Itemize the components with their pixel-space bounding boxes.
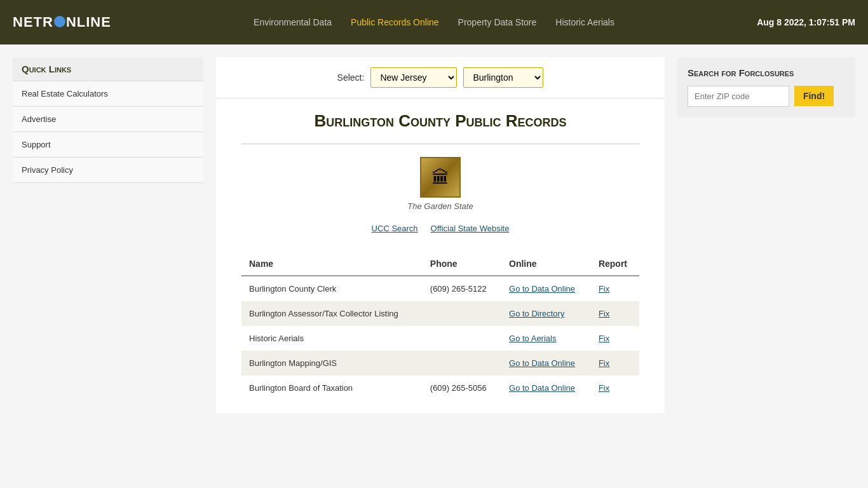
- emblem-image: 🏛: [420, 157, 461, 198]
- quick-links-title: Quick Links: [13, 57, 203, 81]
- official-state-website-link[interactable]: Official State Website: [431, 224, 510, 233]
- datetime-display: Aug 8 2022, 1:07:51 PM: [757, 17, 855, 27]
- select-label: Select:: [337, 72, 365, 83]
- col-header-report: Report: [591, 252, 639, 276]
- cell-report: Fix: [591, 376, 639, 400]
- sidebar-item-privacy[interactable]: Privacy Policy: [13, 158, 203, 183]
- cell-phone: [423, 351, 501, 376]
- report-fix-link[interactable]: Fix: [599, 284, 609, 294]
- cell-name: Burlington Board of Taxation: [241, 376, 423, 400]
- cell-report: Fix: [591, 351, 639, 376]
- nav-property-data[interactable]: Property Data Store: [458, 17, 537, 27]
- ucc-search-link[interactable]: UCC Search: [372, 224, 418, 233]
- sidebar-item-real-estate[interactable]: Real Estate Calculators: [13, 81, 203, 107]
- cell-name: Burlington County Clerk: [241, 276, 423, 301]
- online-link[interactable]: Go to Data Online: [509, 383, 575, 393]
- county-title: Burlington County Public Records: [241, 111, 639, 144]
- main-nav: Environmental Data Public Records Online…: [254, 17, 614, 27]
- records-table: Name Phone Online Report Burlington Coun…: [241, 252, 639, 400]
- table-row: Burlington Board of Taxation(609) 265-50…: [241, 376, 639, 400]
- report-fix-link[interactable]: Fix: [599, 334, 609, 343]
- cell-name: Burlington Mapping/GIS: [241, 351, 423, 376]
- table-row: Historic AerialsGo to AerialsFix: [241, 326, 639, 351]
- left-sidebar: Quick Links Real Estate Calculators Adve…: [13, 57, 203, 413]
- state-emblem: 🏛 The Garden State: [241, 157, 639, 211]
- table-row: Burlington County Clerk(609) 265-5122Go …: [241, 276, 639, 301]
- header: NETRNLINE Environmental Data Public Reco…: [0, 0, 868, 44]
- sidebar-item-advertise[interactable]: Advertise: [13, 107, 203, 132]
- cell-online: Go to Data Online: [501, 351, 591, 376]
- table-row: Burlington Mapping/GISGo to Data OnlineF…: [241, 351, 639, 376]
- cell-phone: [423, 326, 501, 351]
- cell-phone: [423, 301, 501, 326]
- logo: NETRNLINE: [13, 14, 111, 30]
- cell-phone: (609) 265-5056: [423, 376, 501, 400]
- cell-name: Burlington Assessor/Tax Collector Listin…: [241, 301, 423, 326]
- county-select[interactable]: Burlington: [463, 67, 543, 88]
- online-link[interactable]: Go to Data Online: [509, 284, 575, 294]
- page-body: Quick Links Real Estate Calculators Adve…: [0, 44, 868, 426]
- cell-online: Go to Data Online: [501, 376, 591, 400]
- report-fix-link[interactable]: Fix: [599, 358, 609, 368]
- nav-historic-aerials[interactable]: Historic Aerials: [555, 17, 614, 27]
- cell-name: Historic Aerials: [241, 326, 423, 351]
- col-header-phone: Phone: [423, 252, 501, 276]
- select-bar: Select: New Jersey Burlington: [216, 57, 665, 98]
- cell-phone: (609) 265-5122: [423, 276, 501, 301]
- globe-icon: [54, 16, 65, 27]
- online-link[interactable]: Go to Directory: [509, 309, 564, 318]
- sidebar-item-support[interactable]: Support: [13, 132, 203, 158]
- state-links: UCC Search Official State Website: [241, 224, 639, 233]
- foreclosure-title: Search for Forclosures: [688, 67, 845, 78]
- cell-report: Fix: [591, 301, 639, 326]
- cell-report: Fix: [591, 326, 639, 351]
- zip-code-input[interactable]: [688, 86, 789, 107]
- foreclosure-form: Find!: [688, 86, 845, 107]
- state-select[interactable]: New Jersey: [370, 67, 457, 88]
- report-fix-link[interactable]: Fix: [599, 309, 609, 318]
- online-link[interactable]: Go to Data Online: [509, 358, 575, 368]
- county-section: Burlington County Public Records 🏛 The G…: [216, 98, 665, 413]
- emblem-icon: 🏛: [431, 167, 449, 188]
- cell-online: Go to Data Online: [501, 276, 591, 301]
- emblem-caption: The Garden State: [407, 201, 473, 211]
- right-sidebar: Search for Forclosures Find!: [677, 57, 855, 413]
- find-button[interactable]: Find!: [794, 86, 834, 106]
- cell-online: Go to Aerials: [501, 326, 591, 351]
- table-row: Burlington Assessor/Tax Collector Listin…: [241, 301, 639, 326]
- cell-online: Go to Directory: [501, 301, 591, 326]
- cell-report: Fix: [591, 276, 639, 301]
- online-link[interactable]: Go to Aerials: [509, 334, 556, 343]
- foreclosure-box: Search for Forclosures Find!: [677, 57, 855, 117]
- col-header-online: Online: [501, 252, 591, 276]
- nav-public-records[interactable]: Public Records Online: [351, 17, 439, 27]
- main-content: Select: New Jersey Burlington Burlington…: [216, 57, 665, 413]
- report-fix-link[interactable]: Fix: [599, 383, 609, 393]
- nav-environmental-data[interactable]: Environmental Data: [254, 17, 332, 27]
- col-header-name: Name: [241, 252, 423, 276]
